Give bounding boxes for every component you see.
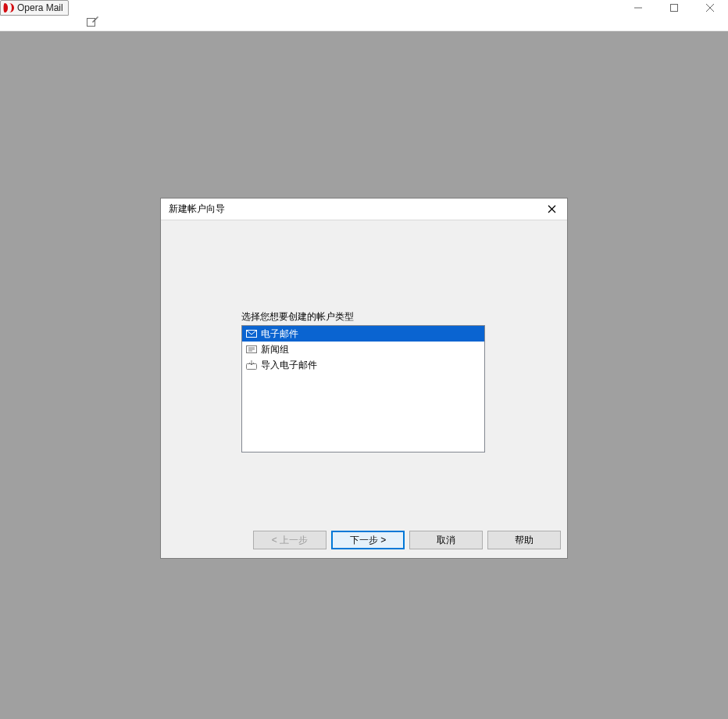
account-option-label: 导入电子邮件 xyxy=(261,359,317,372)
account-option-label: 新闻组 xyxy=(261,343,289,356)
dialog-button-row: < 上一步 下一步 > 取消 帮助 xyxy=(161,531,567,549)
minimize-button[interactable] xyxy=(620,0,656,16)
account-option-email[interactable]: 电子邮件 xyxy=(242,326,484,342)
maximize-button[interactable] xyxy=(656,0,692,16)
account-option-label: 电子邮件 xyxy=(261,327,298,341)
dialog-titlebar: 新建帐户向导 xyxy=(161,199,567,220)
close-button[interactable] xyxy=(692,0,728,16)
account-type-list[interactable]: 电子邮件 新闻组 导入电子邮件 xyxy=(241,325,485,453)
new-account-wizard-dialog: 新建帐户向导 选择您想要创建的帐户类型 电子邮件 新闻组 xyxy=(160,198,568,559)
envelope-icon xyxy=(245,327,258,340)
next-button[interactable]: 下一步 > xyxy=(331,531,405,549)
import-icon xyxy=(245,359,258,371)
toolbar xyxy=(0,16,728,31)
svg-rect-4 xyxy=(87,19,95,27)
help-button[interactable]: 帮助 xyxy=(487,531,561,549)
window-titlebar: Opera Mail xyxy=(0,0,728,16)
window-controls xyxy=(620,0,728,16)
dialog-body: 选择您想要创建的帐户类型 电子邮件 新闻组 xyxy=(161,220,567,558)
next-button-label: 下一步 > xyxy=(350,534,386,547)
dialog-title: 新建帐户向导 xyxy=(169,202,225,216)
cancel-button[interactable]: 取消 xyxy=(409,531,483,549)
opera-mail-icon xyxy=(3,2,14,13)
account-type-prompt: 选择您想要创建的帐户类型 xyxy=(241,310,354,324)
back-button-label: < 上一步 xyxy=(272,534,308,547)
dialog-close-button[interactable] xyxy=(541,199,562,220)
account-option-news[interactable]: 新闻组 xyxy=(242,342,484,357)
account-option-import[interactable]: 导入电子邮件 xyxy=(242,357,484,373)
titlebar-spacer xyxy=(69,0,620,16)
compose-icon[interactable] xyxy=(86,16,98,30)
back-button: < 上一步 xyxy=(253,531,327,549)
help-button-label: 帮助 xyxy=(515,534,534,547)
cancel-button-label: 取消 xyxy=(437,534,455,547)
app-tab[interactable]: Opera Mail xyxy=(0,0,69,16)
svg-rect-1 xyxy=(671,5,678,12)
content-area: 新建帐户向导 选择您想要创建的帐户类型 电子邮件 新闻组 xyxy=(0,31,728,719)
newspaper-icon xyxy=(245,343,258,356)
app-title: Opera Mail xyxy=(17,2,63,13)
